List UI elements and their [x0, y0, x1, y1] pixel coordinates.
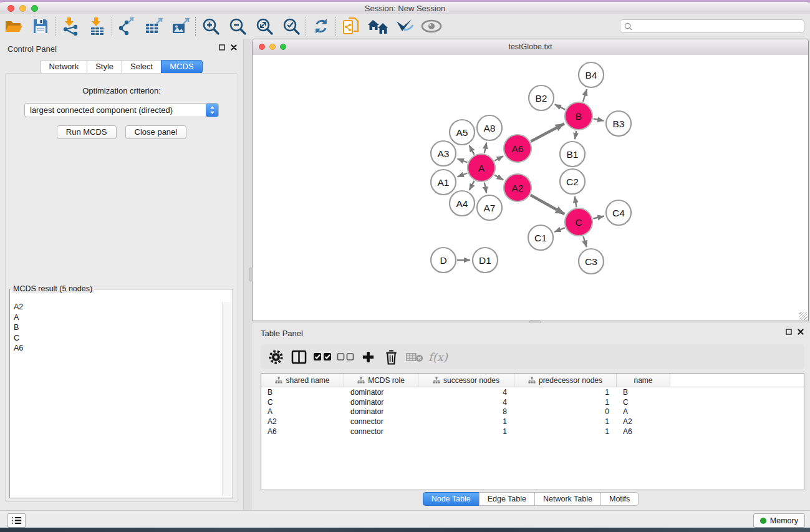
run-mcds-button[interactable]: Run MCDS [57, 125, 117, 139]
graph-node-B[interactable]: B [565, 102, 592, 130]
graph-edge-C-C1[interactable] [554, 228, 565, 232]
column-header-name[interactable]: name [617, 374, 670, 387]
graph-edge-C-C3[interactable] [583, 236, 586, 247]
float-panel-icon[interactable] [219, 44, 225, 51]
export-table-button[interactable] [140, 16, 167, 37]
export-image-button[interactable] [167, 16, 194, 37]
graph-node-D1[interactable]: D1 [473, 248, 498, 273]
table-row[interactable]: Adominator80A [261, 407, 804, 417]
graph-edge-B-B4[interactable] [583, 89, 587, 102]
graph-node-D[interactable]: D [431, 248, 456, 273]
show-hide-graphics-details-button[interactable] [391, 16, 418, 37]
mcds-result-item[interactable]: A2 [12, 302, 222, 312]
mcds-result-item[interactable]: A6 [12, 343, 222, 354]
select-all-button[interactable] [311, 346, 334, 367]
table-row[interactable]: Bdominator41B [261, 387, 804, 397]
task-history-button[interactable] [7, 513, 26, 528]
splitter-handle-vertical[interactable] [249, 268, 253, 281]
graph-edge-A-A7[interactable] [485, 183, 486, 193]
graph-node-B3[interactable]: B3 [606, 111, 631, 136]
graph-node-A[interactable]: A [468, 154, 495, 181]
zoom-in-button[interactable] [197, 16, 224, 37]
graph-edge-A-A5[interactable] [470, 145, 475, 155]
tab-network[interactable]: Network [40, 60, 87, 74]
memory-button[interactable]: Memory [753, 513, 805, 528]
tab-style[interactable]: Style [87, 60, 122, 74]
table-settings-button[interactable] [264, 346, 287, 367]
preview-eye-button[interactable] [418, 16, 445, 37]
graph-node-A3[interactable]: A3 [431, 141, 456, 166]
graph-node-C4[interactable]: C4 [606, 200, 631, 225]
graph-edge-C-C4[interactable] [593, 216, 604, 219]
tab-mcds[interactable]: MCDS [161, 60, 202, 74]
column-header-successor-nodes[interactable]: successor nodes [418, 374, 514, 387]
delete-column-button[interactable] [380, 346, 403, 367]
graph-edge-B-B1[interactable] [575, 131, 576, 140]
refresh-button[interactable] [307, 16, 334, 37]
network-file-button[interactable] [337, 16, 364, 37]
table-row[interactable]: Cdominator41C [261, 397, 804, 407]
svg-text:C4: C4 [612, 208, 625, 218]
deselect-all-button[interactable] [334, 346, 357, 367]
column-view-button[interactable] [287, 346, 311, 367]
graph-node-A1[interactable]: A1 [431, 170, 456, 195]
graph-edge-A-A3[interactable] [458, 159, 468, 163]
import-network-button[interactable] [57, 16, 84, 37]
close-panel-button[interactable]: Close panel [125, 125, 187, 139]
zoom-fit-button[interactable] [251, 16, 277, 37]
export-network-button[interactable] [113, 16, 140, 37]
graph-node-B4[interactable]: B4 [579, 62, 604, 87]
mcds-result-item[interactable]: B [12, 322, 222, 333]
graph-node-B2[interactable]: B2 [529, 85, 554, 110]
graph-edge-C-C2[interactable] [575, 196, 577, 208]
tab-node-table[interactable]: Node Table [423, 492, 480, 506]
graph-node-A2[interactable]: A2 [504, 174, 531, 201]
graph-edge-A6-B[interactable] [531, 123, 564, 142]
graph-edge-A2-C[interactable] [531, 195, 564, 215]
graph-edge-A-A2[interactable] [494, 175, 503, 180]
close-panel-icon[interactable] [231, 44, 237, 51]
mcds-result-scrollbar[interactable] [222, 302, 231, 496]
graph-edge-A-A8[interactable] [485, 143, 486, 153]
mcds-result-item[interactable]: C [12, 333, 222, 344]
graph-node-C[interactable]: C [565, 208, 592, 236]
graph-edge-B-B3[interactable] [594, 118, 604, 120]
graph-node-A7[interactable]: A7 [477, 195, 502, 220]
graph-node-C1[interactable]: C1 [528, 225, 553, 250]
graph-node-C3[interactable]: C3 [579, 249, 604, 274]
add-column-button[interactable] [357, 346, 380, 367]
open-session-button[interactable] [0, 16, 27, 37]
graph-node-A8[interactable]: A8 [477, 115, 502, 140]
float-panel-icon[interactable] [786, 329, 792, 335]
network-canvas[interactable]: B4B2BB3A8A5A6A3B1AC2A1A2A4A7C4CC1C3DD1 [253, 55, 808, 321]
tab-motifs[interactable]: Motifs [600, 492, 639, 506]
zoom-selected-button[interactable] [277, 16, 304, 37]
tab-network-table[interactable]: Network Table [534, 492, 601, 506]
home-button[interactable] [364, 16, 391, 37]
graph-edge-B-B2[interactable] [555, 104, 566, 109]
save-session-button[interactable] [27, 16, 54, 37]
column-header-predecessor-nodes[interactable]: predecessor nodes [514, 374, 617, 387]
graph-node-A6[interactable]: A6 [504, 135, 531, 162]
graph-node-C2[interactable]: C2 [560, 169, 585, 194]
table-row[interactable]: A6connector11A6 [261, 427, 804, 437]
mcds-result-item[interactable]: A [12, 312, 222, 323]
table-row[interactable]: A2connector11A2 [261, 417, 804, 427]
import-table-button[interactable] [84, 16, 110, 37]
column-header-shared-name[interactable]: shared name [261, 374, 344, 387]
graph-edge-A-A6[interactable] [494, 156, 503, 160]
graph-edge-A-A1[interactable] [458, 173, 468, 177]
graph-node-A4[interactable]: A4 [450, 191, 475, 216]
zoom-out-button[interactable] [224, 16, 251, 37]
graph-node-B1[interactable]: B1 [560, 142, 585, 167]
graph-node-A5[interactable]: A5 [450, 120, 475, 145]
close-panel-icon[interactable] [798, 329, 804, 335]
attribute-tree-icon [357, 377, 365, 384]
tab-select[interactable]: Select [122, 60, 162, 74]
column-header-mcds-role[interactable]: MCDS role [344, 374, 418, 387]
graph-edge-A-A4[interactable] [470, 181, 475, 190]
search-input[interactable] [635, 21, 800, 31]
tab-edge-table[interactable]: Edge Table [479, 492, 535, 506]
criterion-dropdown[interactable]: largest connected component (directed) [24, 103, 219, 117]
window-resize-grip[interactable] [799, 312, 808, 320]
